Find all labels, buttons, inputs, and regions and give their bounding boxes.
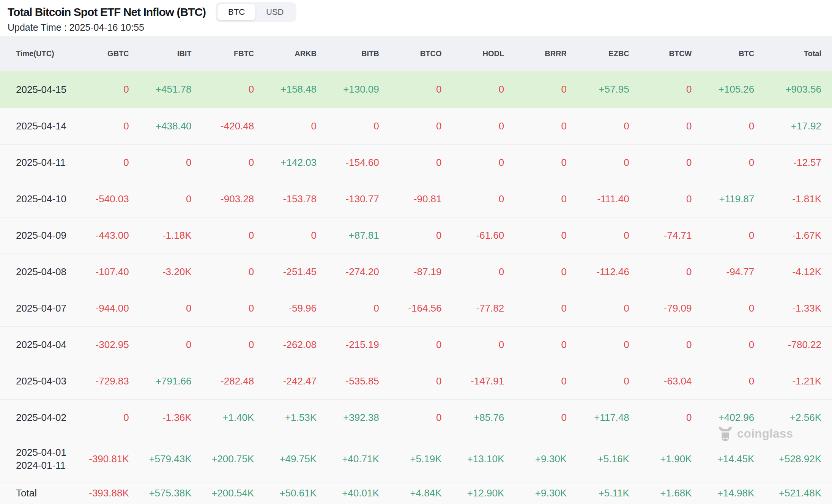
column-header-btcw: BTCW [644, 36, 707, 71]
value-cell: 0 [82, 71, 144, 108]
value-cell: 0 [269, 108, 332, 144]
toggle-usd-button[interactable]: USD [255, 4, 294, 20]
value-cell: -393.88K [82, 482, 144, 504]
date-cell: 2025-04-10 [0, 181, 82, 217]
value-cell: +50.61K [269, 482, 332, 504]
value-cell: 0 [707, 217, 770, 254]
toggle-btc-button[interactable]: BTC [217, 4, 255, 20]
value-cell: -164.56 [394, 290, 457, 326]
value-cell: 0 [519, 326, 582, 363]
value-cell: 0 [644, 399, 707, 436]
value-cell: 0 [519, 71, 582, 108]
date-cell: 2025-04-11 [0, 144, 82, 181]
value-cell: +130.09 [332, 71, 394, 108]
date-cell: 2025-04-03 [0, 363, 82, 399]
value-cell: 0 [82, 144, 144, 181]
value-cell: -251.45 [269, 254, 332, 290]
value-cell: 0 [582, 290, 644, 326]
value-cell: +158.48 [269, 71, 332, 108]
column-header-btc: BTC [707, 36, 770, 71]
value-cell: -130.77 [332, 181, 394, 217]
value-cell: +2.56K [769, 399, 832, 436]
value-cell: +85.76 [457, 399, 520, 436]
value-cell: 0 [269, 217, 332, 254]
value-cell: +5.16K [582, 436, 644, 482]
column-header-arkb: ARKB [269, 36, 332, 71]
value-cell: 0 [332, 290, 394, 326]
value-cell: +1.40K [207, 399, 269, 436]
value-cell: 0 [207, 254, 269, 290]
value-cell: 0 [82, 399, 144, 436]
value-cell: +5.19K [394, 436, 457, 482]
value-cell: -3.20K [144, 254, 207, 290]
etf-netflow-page: Total Bitcoin Spot ETF Net Inflow (BTC) … [0, 0, 832, 504]
date-cell: 2025-04-07 [0, 290, 82, 326]
value-cell: +1.68K [644, 482, 707, 504]
currency-toggle: BTC USD [216, 2, 296, 22]
value-cell: -74.71 [644, 217, 707, 254]
value-cell: -111.40 [582, 181, 644, 217]
value-cell: 0 [207, 217, 269, 254]
date-cell: 2025-04-09 [0, 217, 82, 254]
value-cell: +438.40 [144, 108, 207, 144]
value-cell: 0 [707, 290, 770, 326]
value-cell: -540.03 [82, 181, 144, 217]
value-cell: -77.82 [457, 290, 520, 326]
value-cell: 0 [332, 108, 394, 144]
column-header-brrr: BRRR [519, 36, 582, 71]
value-cell: 0 [644, 181, 707, 217]
column-header-hodl: HODL [457, 36, 520, 71]
value-cell: -94.77 [707, 254, 770, 290]
value-cell: +521.48K [769, 482, 832, 504]
value-cell: +105.26 [707, 71, 770, 108]
table-row: 2025-04-012024-01-11-390.81K+579.43K+200… [0, 436, 832, 482]
value-cell: +402.96 [707, 399, 770, 436]
value-cell: +40.01K [332, 482, 394, 504]
value-cell: +392.38 [332, 399, 394, 436]
value-cell: +528.92K [769, 436, 832, 482]
value-cell: -4.12K [769, 254, 832, 290]
column-header-ezbc: EZBC [582, 36, 644, 71]
value-cell: 0 [519, 217, 582, 254]
value-cell: 0 [394, 326, 457, 363]
value-cell: +5.11K [582, 482, 644, 504]
value-cell: 0 [707, 144, 770, 181]
table-row: 2025-04-07-944.0000-59.960-164.56-77.820… [0, 290, 832, 326]
value-cell: 0 [144, 290, 207, 326]
page-title: Total Bitcoin Spot ETF Net Inflow (BTC) [8, 3, 206, 21]
value-cell: 0 [519, 363, 582, 399]
value-cell: 0 [644, 144, 707, 181]
value-cell: -729.83 [82, 363, 144, 399]
value-cell: +17.92 [769, 108, 832, 144]
value-cell: -535.85 [332, 363, 394, 399]
value-cell: +9.30K [519, 436, 582, 482]
value-cell: -87.19 [394, 254, 457, 290]
value-cell: 0 [582, 363, 644, 399]
value-cell: 0 [644, 71, 707, 108]
column-header-gbtc: GBTC [82, 36, 144, 71]
value-cell: -780.22 [769, 326, 832, 363]
value-cell: +13.10K [457, 436, 520, 482]
value-cell: -274.20 [332, 254, 394, 290]
value-cell: 0 [457, 144, 520, 181]
table-row: 2025-04-04-302.9500-262.08-215.19000000-… [0, 326, 832, 363]
value-cell: +142.03 [269, 144, 332, 181]
value-cell: -59.96 [269, 290, 332, 326]
etf-flow-table: Time(UTC)GBTCIBITFBTCARKBBITBBTCOHODLBRR… [0, 36, 832, 504]
value-cell: -1.18K [144, 217, 207, 254]
total-row-label: Total [0, 482, 82, 504]
value-cell: 0 [144, 144, 207, 181]
value-cell: 0 [394, 217, 457, 254]
value-cell: +9.30K [519, 482, 582, 504]
value-cell: 0 [519, 290, 582, 326]
date-cell: 2025-04-012024-01-11 [0, 436, 82, 482]
value-cell: 0 [394, 108, 457, 144]
value-cell: 0 [207, 326, 269, 363]
value-cell: -1.36K [144, 399, 207, 436]
value-cell: +14.98K [707, 482, 770, 504]
value-cell: 0 [207, 71, 269, 108]
value-cell: +57.95 [582, 71, 644, 108]
value-cell: -262.08 [269, 326, 332, 363]
value-cell: +903.56 [769, 71, 832, 108]
value-cell: -302.95 [82, 326, 144, 363]
